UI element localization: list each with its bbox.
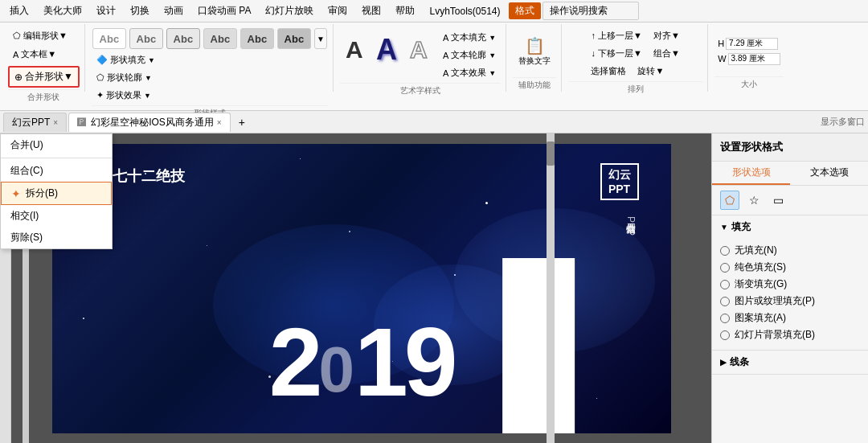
tab-ios[interactable]: 🅿 幻彩星空神秘IOS风商务通用 × bbox=[68, 113, 231, 132]
shape-style-3[interactable]: Abc bbox=[166, 28, 200, 49]
canvas-area[interactable]: PPT七十二绝技 幻云 PPT 微信公众号幻云PPP 微信公众号幻云PPP 2 … bbox=[11, 133, 711, 443]
group-label-aux: 辅助功能 bbox=[513, 77, 556, 91]
arrange-top: ↑ 上移一层▼ 对齐▼ ↓ 下移一层▼ 组合▼ 选择窗格 旋转▼ bbox=[586, 27, 684, 80]
btn-shape-fill[interactable]: 🔷形状填充▼ bbox=[92, 51, 328, 68]
main-area: 合并(U) 组合(C) ✦ 拆分(B) 相交(I) 剪除(S) bbox=[0, 133, 868, 443]
btn-rotate[interactable]: 旋转▼ bbox=[633, 63, 669, 80]
fill-section-header[interactable]: ▼ 填充 bbox=[712, 215, 868, 239]
ctx-sep1 bbox=[1, 158, 112, 158]
ribbon-group-edit-shape: ⬠ 编辑形状▼ A 文本框▼ ⊕ 合并形状▼ 合并形状 bbox=[3, 24, 85, 92]
fill-pattern-radio[interactable] bbox=[720, 314, 730, 323]
btn-edit-shape[interactable]: ⬠ 编辑形状▼ bbox=[8, 27, 80, 44]
tab-ios-close[interactable]: × bbox=[217, 118, 222, 127]
btn-art-a2[interactable]: A bbox=[372, 31, 401, 69]
btn-move-up[interactable]: ↑ 上移一层▼ bbox=[586, 27, 646, 44]
tab-add-button[interactable]: + bbox=[232, 113, 252, 131]
tab-ios-icon: 🅿 bbox=[77, 117, 86, 127]
line-section-header[interactable]: ▶ 线条 bbox=[712, 351, 868, 374]
menu-view[interactable]: 视图 bbox=[355, 2, 387, 19]
scroll-thumb[interactable] bbox=[547, 142, 555, 166]
year-0: 0 bbox=[318, 333, 350, 407]
context-menu: 合并(U) 组合(C) ✦ 拆分(B) 相交(I) 剪除(S) bbox=[0, 133, 113, 249]
btn-replace-text[interactable]: 📋 替换文字 bbox=[513, 27, 556, 76]
menu-format[interactable]: 格式 bbox=[509, 2, 541, 19]
btn-group[interactable]: 组合▼ bbox=[649, 45, 685, 62]
width-input[interactable] bbox=[728, 53, 780, 65]
ribbon-content: ⬠ 编辑形状▼ A 文本框▼ ⊕ 合并形状▼ 合并形状 bbox=[0, 23, 868, 93]
menu-slideshow[interactable]: 幻灯片放映 bbox=[259, 2, 320, 19]
menu-switch[interactable]: 切换 bbox=[124, 2, 156, 19]
btn-text-outline[interactable]: A文本轮廓▼ bbox=[438, 47, 501, 64]
btn-move-down[interactable]: ↓ 下移一层▼ bbox=[586, 45, 646, 62]
menu-insert[interactable]: 插入 bbox=[3, 2, 35, 19]
tab-huyun[interactable]: 幻云PPT × bbox=[3, 113, 67, 132]
btn-text-effect[interactable]: A文本效果▼ bbox=[438, 64, 501, 81]
menu-help[interactable]: 帮助 bbox=[389, 2, 421, 19]
btn-shape-outline[interactable]: ⬠形状轮廓▼ bbox=[92, 69, 328, 86]
shape-style-2[interactable]: Abc bbox=[129, 28, 163, 49]
btn-text-fill[interactable]: A文本填充▼ bbox=[438, 29, 501, 46]
shape-style-expand[interactable]: ▼ bbox=[314, 28, 327, 49]
tab-shape-options[interactable]: 形状选项 bbox=[712, 162, 790, 185]
btn-merge-shape[interactable]: ⊕ 合并形状▼ bbox=[8, 66, 80, 88]
menu-animation[interactable]: 动画 bbox=[158, 2, 190, 19]
btn-art-a3[interactable]: A bbox=[404, 34, 433, 66]
menu-pa[interactable]: 口袋动画 PA bbox=[191, 2, 257, 19]
ctx-merge-label: 合并(U) bbox=[10, 138, 43, 152]
shape-style-6[interactable]: Abc bbox=[277, 28, 311, 49]
logo-line1: 幻云 bbox=[608, 168, 631, 183]
shape-icon-square[interactable]: ▭ bbox=[768, 191, 788, 210]
fill-none[interactable]: 无填充(N) bbox=[720, 242, 860, 259]
ctx-subtract[interactable]: 剪除(S) bbox=[1, 227, 112, 248]
fill-slide-bg-radio[interactable] bbox=[720, 330, 730, 340]
shape-style-4[interactable]: Abc bbox=[203, 28, 237, 49]
group-label-art: 艺术字样式 bbox=[340, 83, 501, 96]
btn-text-box[interactable]: A 文本框▼ bbox=[8, 46, 80, 63]
art-styles-top: A A A A文本填充▼ A文本轮廓 bbox=[340, 27, 501, 81]
btn-select-pane[interactable]: 选择窗格 bbox=[586, 63, 631, 80]
ctx-subtract-label: 剪除(S) bbox=[10, 231, 43, 244]
btn-art-a1[interactable]: A bbox=[340, 34, 369, 66]
ctx-combine[interactable]: 组合(C) bbox=[1, 160, 112, 182]
fill-section-label: 填充 bbox=[731, 220, 751, 234]
fill-picture[interactable]: 图片或纹理填充(P) bbox=[720, 293, 860, 310]
shape-styles-top: Abc Abc Abc Abc Abc Abc ▼ 🔷形状填充▼ ⬠形状轮廓 bbox=[92, 27, 328, 104]
height-input[interactable] bbox=[726, 38, 778, 50]
shape-icon-pentagon[interactable]: ⬠ bbox=[720, 191, 739, 210]
shape-style-5[interactable]: Abc bbox=[240, 28, 274, 49]
menu-beautify[interactable]: 美化大师 bbox=[37, 2, 88, 19]
fill-solid-radio[interactable] bbox=[720, 263, 730, 273]
menu-search[interactable]: 操作说明搜索 bbox=[542, 2, 639, 20]
menu-lvyhtools[interactable]: LvyhTools(0514) bbox=[423, 4, 506, 18]
btn-shape-effect[interactable]: ✦形状效果▼ bbox=[92, 87, 328, 104]
tab-huyun-close[interactable]: × bbox=[53, 118, 58, 127]
ribbon-group-arrange: ↑ 上移一层▼ 对齐▼ ↓ 下移一层▼ 组合▼ 选择窗格 旋转▼ 排列 bbox=[563, 24, 708, 92]
ctx-merge[interactable]: 合并(U) bbox=[1, 134, 112, 156]
slide-canvas: PPT七十二绝技 幻云 PPT 微信公众号幻云PPP 微信公众号幻云PPP 2 … bbox=[52, 144, 671, 433]
slide-year: 2 0 1 9 bbox=[269, 306, 454, 417]
fill-none-radio[interactable] bbox=[720, 246, 730, 256]
ctx-intersect[interactable]: 相交(I) bbox=[1, 205, 112, 227]
fill-slide-bg-label: 幻灯片背景填充(B) bbox=[735, 328, 815, 342]
fill-pattern[interactable]: 图案填充(A) bbox=[720, 310, 860, 326]
show-multiwindow[interactable]: 显示多窗口 bbox=[821, 116, 865, 128]
fill-gradient[interactable]: 渐变填充(G) bbox=[720, 276, 860, 293]
right-panel-tabs: 形状选项 文本选项 bbox=[712, 162, 868, 186]
shape-icon-star[interactable]: ☆ bbox=[744, 191, 764, 210]
fill-solid[interactable]: 纯色填充(S) bbox=[720, 259, 860, 276]
ctx-split[interactable]: ✦ 拆分(B) bbox=[1, 182, 112, 205]
menu-design[interactable]: 设计 bbox=[90, 2, 122, 19]
tab-text-options[interactable]: 文本选项 bbox=[790, 162, 868, 185]
fill-picture-radio[interactable] bbox=[720, 297, 730, 306]
group-label-size: 大小 bbox=[714, 76, 783, 90]
shape-style-1[interactable]: Abc bbox=[92, 28, 126, 49]
btn-align[interactable]: 对齐▼ bbox=[649, 27, 685, 44]
fill-gradient-radio[interactable] bbox=[720, 280, 730, 289]
year-1: 1 bbox=[354, 306, 404, 417]
fill-section-content: 无填充(N) 纯色填充(S) 渐变填充(G) 图片或纹理填充(P) 图案填充(A… bbox=[712, 239, 868, 350]
menu-review[interactable]: 审阅 bbox=[321, 2, 354, 19]
ribbon: ⬠ 编辑形状▼ A 文本框▼ ⊕ 合并形状▼ 合并形状 bbox=[0, 23, 868, 111]
vertical-scrollbar[interactable] bbox=[547, 133, 555, 443]
fill-slide-bg[interactable]: 幻灯片背景填充(B) bbox=[720, 326, 860, 343]
aux-top: 📋 替换文字 bbox=[513, 27, 556, 76]
